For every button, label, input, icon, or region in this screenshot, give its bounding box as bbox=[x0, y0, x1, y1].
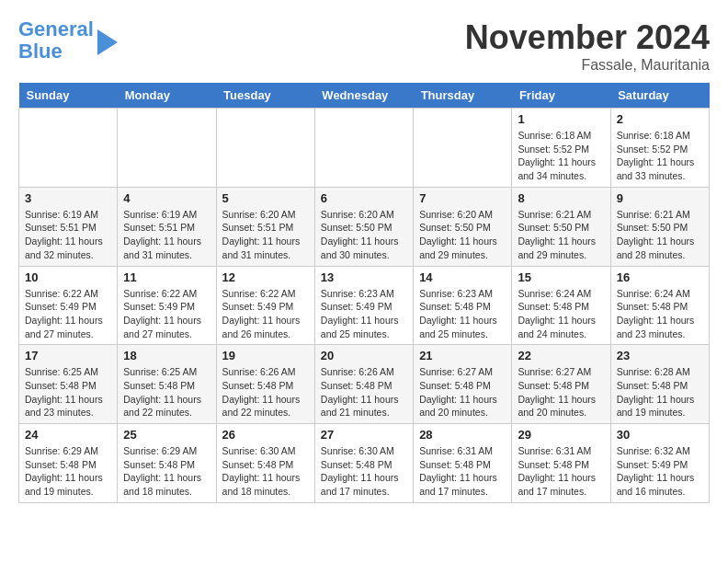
calendar-table: SundayMondayTuesdayWednesdayThursdayFrid… bbox=[18, 83, 710, 503]
day-info: Sunrise: 6:19 AMSunset: 5:51 PMDaylight:… bbox=[25, 208, 111, 262]
weekday-header-saturday: Saturday bbox=[610, 83, 709, 109]
day-number: 22 bbox=[518, 349, 604, 362]
calendar-cell: 16Sunrise: 6:24 AMSunset: 5:48 PMDayligh… bbox=[610, 266, 709, 345]
logo-text: GeneralBlue bbox=[18, 18, 94, 63]
calendar-cell: 19Sunrise: 6:26 AMSunset: 5:48 PMDayligh… bbox=[216, 345, 314, 424]
calendar-cell: 22Sunrise: 6:27 AMSunset: 5:48 PMDayligh… bbox=[512, 345, 610, 424]
calendar-week-row: 3Sunrise: 6:19 AMSunset: 5:51 PMDaylight… bbox=[19, 187, 710, 266]
calendar-cell: 21Sunrise: 6:27 AMSunset: 5:48 PMDayligh… bbox=[414, 345, 512, 424]
day-info: Sunrise: 6:31 AMSunset: 5:48 PMDaylight:… bbox=[518, 444, 604, 499]
calendar-cell: 15Sunrise: 6:24 AMSunset: 5:48 PMDayligh… bbox=[512, 266, 610, 345]
day-info: Sunrise: 6:20 AMSunset: 5:50 PMDaylight:… bbox=[419, 208, 506, 262]
calendar-cell: 24Sunrise: 6:29 AMSunset: 5:48 PMDayligh… bbox=[19, 424, 118, 503]
day-info: Sunrise: 6:29 AMSunset: 5:48 PMDaylight:… bbox=[123, 444, 210, 499]
calendar-cell: 1Sunrise: 6:18 AMSunset: 5:52 PMDaylight… bbox=[512, 109, 610, 188]
day-info: Sunrise: 6:22 AMSunset: 5:49 PMDaylight:… bbox=[25, 287, 111, 341]
calendar-cell: 25Sunrise: 6:29 AMSunset: 5:48 PMDayligh… bbox=[118, 424, 216, 503]
weekday-header-wednesday: Wednesday bbox=[314, 83, 413, 109]
day-number: 6 bbox=[321, 191, 407, 205]
calendar-cell: 12Sunrise: 6:22 AMSunset: 5:49 PMDayligh… bbox=[216, 266, 314, 345]
weekday-header-tuesday: Tuesday bbox=[216, 83, 314, 109]
day-info: Sunrise: 6:26 AMSunset: 5:48 PMDaylight:… bbox=[222, 365, 309, 419]
day-number: 21 bbox=[419, 349, 506, 362]
day-number: 11 bbox=[123, 270, 210, 284]
calendar-cell bbox=[414, 109, 512, 188]
calendar-week-row: 17Sunrise: 6:25 AMSunset: 5:48 PMDayligh… bbox=[19, 345, 710, 424]
day-number: 8 bbox=[518, 191, 604, 205]
day-number: 26 bbox=[222, 428, 309, 442]
day-number: 2 bbox=[617, 112, 703, 126]
svg-marker-0 bbox=[97, 29, 118, 55]
day-number: 4 bbox=[123, 191, 210, 205]
calendar-cell: 13Sunrise: 6:23 AMSunset: 5:49 PMDayligh… bbox=[314, 266, 413, 345]
day-number: 29 bbox=[518, 428, 604, 442]
day-info: Sunrise: 6:27 AMSunset: 5:48 PMDaylight:… bbox=[419, 365, 506, 419]
page-header: GeneralBlue November 2024 Fassale, Mauri… bbox=[18, 18, 710, 74]
calendar-cell bbox=[118, 109, 216, 188]
calendar-cell: 2Sunrise: 6:18 AMSunset: 5:52 PMDaylight… bbox=[610, 109, 709, 188]
day-number: 19 bbox=[222, 349, 309, 362]
calendar-cell: 10Sunrise: 6:22 AMSunset: 5:49 PMDayligh… bbox=[19, 266, 118, 345]
day-info: Sunrise: 6:25 AMSunset: 5:48 PMDaylight:… bbox=[123, 365, 210, 419]
calendar-week-row: 1Sunrise: 6:18 AMSunset: 5:52 PMDaylight… bbox=[19, 109, 710, 188]
calendar-cell: 11Sunrise: 6:22 AMSunset: 5:49 PMDayligh… bbox=[118, 266, 216, 345]
day-info: Sunrise: 6:22 AMSunset: 5:49 PMDaylight:… bbox=[123, 287, 210, 341]
day-info: Sunrise: 6:25 AMSunset: 5:48 PMDaylight:… bbox=[25, 365, 111, 419]
day-info: Sunrise: 6:20 AMSunset: 5:50 PMDaylight:… bbox=[321, 208, 407, 262]
logo: GeneralBlue bbox=[18, 18, 118, 63]
day-number: 30 bbox=[617, 428, 703, 442]
day-info: Sunrise: 6:21 AMSunset: 5:50 PMDaylight:… bbox=[518, 208, 604, 262]
day-number: 18 bbox=[123, 349, 210, 362]
calendar-cell bbox=[314, 109, 413, 188]
day-info: Sunrise: 6:24 AMSunset: 5:48 PMDaylight:… bbox=[617, 287, 703, 341]
month-title: November 2024 bbox=[465, 18, 710, 57]
weekday-header-thursday: Thursday bbox=[414, 83, 512, 109]
day-number: 15 bbox=[518, 270, 604, 284]
day-number: 23 bbox=[617, 349, 703, 362]
day-info: Sunrise: 6:24 AMSunset: 5:48 PMDaylight:… bbox=[518, 287, 604, 341]
day-number: 27 bbox=[321, 428, 407, 442]
day-info: Sunrise: 6:18 AMSunset: 5:52 PMDaylight:… bbox=[617, 129, 703, 183]
title-block: November 2024 Fassale, Mauritania bbox=[465, 18, 710, 74]
day-number: 17 bbox=[25, 349, 111, 362]
calendar-week-row: 24Sunrise: 6:29 AMSunset: 5:48 PMDayligh… bbox=[19, 424, 710, 503]
calendar-cell: 4Sunrise: 6:19 AMSunset: 5:51 PMDaylight… bbox=[118, 187, 216, 266]
calendar-cell: 28Sunrise: 6:31 AMSunset: 5:48 PMDayligh… bbox=[414, 424, 512, 503]
calendar-cell: 30Sunrise: 6:32 AMSunset: 5:49 PMDayligh… bbox=[610, 424, 709, 503]
day-number: 24 bbox=[25, 428, 111, 442]
weekday-header-monday: Monday bbox=[118, 83, 216, 109]
calendar-cell: 14Sunrise: 6:23 AMSunset: 5:48 PMDayligh… bbox=[414, 266, 512, 345]
day-number: 1 bbox=[518, 112, 604, 126]
calendar-cell: 20Sunrise: 6:26 AMSunset: 5:48 PMDayligh… bbox=[314, 345, 413, 424]
day-info: Sunrise: 6:20 AMSunset: 5:51 PMDaylight:… bbox=[222, 208, 309, 262]
calendar-cell: 29Sunrise: 6:31 AMSunset: 5:48 PMDayligh… bbox=[512, 424, 610, 503]
day-info: Sunrise: 6:28 AMSunset: 5:48 PMDaylight:… bbox=[617, 365, 703, 419]
weekday-header-sunday: Sunday bbox=[19, 83, 118, 109]
calendar-cell: 27Sunrise: 6:30 AMSunset: 5:48 PMDayligh… bbox=[314, 424, 413, 503]
calendar-cell: 18Sunrise: 6:25 AMSunset: 5:48 PMDayligh… bbox=[118, 345, 216, 424]
logo-arrow-icon bbox=[97, 29, 118, 55]
calendar-cell: 26Sunrise: 6:30 AMSunset: 5:48 PMDayligh… bbox=[216, 424, 314, 503]
day-info: Sunrise: 6:23 AMSunset: 5:49 PMDaylight:… bbox=[321, 287, 407, 341]
day-info: Sunrise: 6:22 AMSunset: 5:49 PMDaylight:… bbox=[222, 287, 309, 341]
calendar-cell: 8Sunrise: 6:21 AMSunset: 5:50 PMDaylight… bbox=[512, 187, 610, 266]
day-info: Sunrise: 6:19 AMSunset: 5:51 PMDaylight:… bbox=[123, 208, 210, 262]
calendar-cell: 7Sunrise: 6:20 AMSunset: 5:50 PMDaylight… bbox=[414, 187, 512, 266]
day-info: Sunrise: 6:30 AMSunset: 5:48 PMDaylight:… bbox=[321, 444, 407, 499]
weekday-header-friday: Friday bbox=[512, 83, 610, 109]
day-number: 10 bbox=[25, 270, 111, 284]
calendar-cell bbox=[216, 109, 314, 188]
day-number: 14 bbox=[419, 270, 506, 284]
calendar-cell: 6Sunrise: 6:20 AMSunset: 5:50 PMDaylight… bbox=[314, 187, 413, 266]
day-info: Sunrise: 6:26 AMSunset: 5:48 PMDaylight:… bbox=[321, 365, 407, 419]
day-info: Sunrise: 6:18 AMSunset: 5:52 PMDaylight:… bbox=[518, 129, 604, 183]
day-number: 25 bbox=[123, 428, 210, 442]
day-number: 28 bbox=[419, 428, 506, 442]
day-number: 20 bbox=[321, 349, 407, 362]
day-number: 9 bbox=[617, 191, 703, 205]
day-number: 7 bbox=[419, 191, 506, 205]
location: Fassale, Mauritania bbox=[465, 57, 710, 74]
day-info: Sunrise: 6:21 AMSunset: 5:50 PMDaylight:… bbox=[617, 208, 703, 262]
day-number: 5 bbox=[222, 191, 309, 205]
calendar-cell: 5Sunrise: 6:20 AMSunset: 5:51 PMDaylight… bbox=[216, 187, 314, 266]
